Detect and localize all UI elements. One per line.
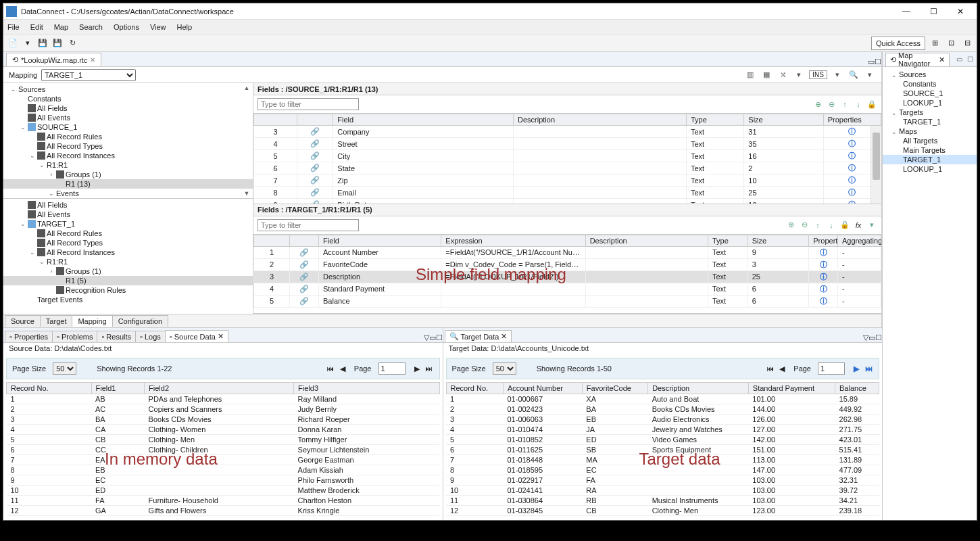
menu-edit[interactable]: Edit bbox=[30, 23, 43, 31]
perspective-icon[interactable]: ⊞ bbox=[928, 37, 941, 50]
view-menu-icon[interactable]: ▽ bbox=[424, 333, 429, 342]
page-input[interactable] bbox=[378, 362, 406, 375]
tree-item[interactable]: ⌄Sources bbox=[3, 85, 253, 94]
tab-map-navigator[interactable]: ⟲Map Navigator✕ bbox=[885, 53, 950, 66]
tree-item[interactable]: ⌄SOURCE_1 bbox=[3, 122, 253, 132]
nav-item[interactable]: ⌄Maps bbox=[883, 126, 977, 136]
table-row[interactable]: 5🔗CityText16ⓘ bbox=[254, 150, 881, 162]
map-navigator-tree[interactable]: ⌄SourcesConstantsSOURCE_1LOOKUP_1⌄Target… bbox=[883, 67, 977, 520]
tab-logs[interactable]: ▫Logs bbox=[135, 331, 166, 342]
table-row[interactable]: 1301-035788ACCopiers and Scanners107.007… bbox=[446, 516, 879, 518]
info-icon[interactable]: ⓘ bbox=[848, 139, 856, 147]
table-row[interactable]: 2🔗FavoriteCode=Dim v_Codev_Code = Parse(… bbox=[254, 258, 881, 270]
info-icon[interactable]: ⓘ bbox=[848, 151, 856, 160]
min-icon[interactable]: ▭ bbox=[955, 55, 963, 64]
dropdown2-icon[interactable]: ▾ bbox=[831, 69, 843, 81]
menu-help[interactable]: Help bbox=[177, 23, 193, 31]
tree-item[interactable]: All Record Types bbox=[3, 238, 253, 248]
perspective2-icon[interactable]: ⊡ bbox=[944, 37, 958, 50]
table-row[interactable]: 13JAJewelry and WatchesRose Dawson bbox=[7, 516, 440, 518]
min-icon[interactable]: ▭ bbox=[429, 333, 436, 342]
tree-item[interactable]: R1 (13) bbox=[3, 179, 253, 189]
close-icon[interactable]: ✕ bbox=[501, 332, 507, 341]
tree-item[interactable]: R1 (5) bbox=[3, 276, 253, 285]
lock-icon[interactable]: 🔒 bbox=[839, 220, 850, 231]
new-dropdown-icon[interactable]: ▾ bbox=[21, 37, 34, 50]
table-row[interactable]: 7EAGeorge Eastman bbox=[7, 455, 440, 465]
tree-item[interactable]: ⌄All Record Instances bbox=[3, 248, 253, 257]
tree-item[interactable]: All Record Types bbox=[3, 141, 253, 151]
editor-tab-lookupwiz[interactable]: ⟲ *LookupWiz.map.rtc ✕ bbox=[6, 53, 101, 66]
close-icon[interactable]: ✕ bbox=[218, 332, 224, 341]
view-menu-icon[interactable]: ▽ bbox=[863, 333, 868, 342]
table-row[interactable]: 4CAClothing- WomenDonna Karan bbox=[7, 425, 440, 435]
target-filter-input[interactable] bbox=[258, 219, 359, 231]
table-row[interactable]: 10EDMatthew Broderick bbox=[7, 486, 440, 496]
tab-mapping[interactable]: Mapping bbox=[72, 315, 112, 327]
menu-search[interactable]: Search bbox=[79, 23, 103, 31]
nav-item[interactable]: LOOKUP_1 bbox=[883, 164, 977, 174]
tree-item[interactable]: ⌄R1:R1 bbox=[3, 257, 253, 266]
tree-item[interactable]: Constants bbox=[3, 94, 253, 103]
tree-item[interactable]: Recognition Rules bbox=[3, 285, 253, 295]
page-input[interactable] bbox=[818, 362, 845, 375]
source-filter-input[interactable] bbox=[258, 98, 359, 110]
table-row[interactable]: 401-010474JAJewelry and Watches127.00271… bbox=[446, 425, 879, 435]
table-row[interactable]: 3🔗Description=FieldAt("/LOOKUP_1/R1/Fiel… bbox=[254, 270, 881, 283]
layout2-icon[interactable]: ▦ bbox=[760, 69, 773, 81]
tree-item[interactable]: All Fields bbox=[3, 200, 253, 210]
menu-map[interactable]: Map bbox=[54, 23, 68, 31]
first-page-icon[interactable]: ⏮ bbox=[326, 364, 335, 373]
max-icon[interactable]: ☐ bbox=[875, 333, 882, 342]
max-icon[interactable]: ☐ bbox=[966, 55, 974, 64]
tree-item[interactable]: Target Events bbox=[3, 295, 253, 304]
table-row[interactable]: 501-010852EDVideo Games142.00423.01 bbox=[446, 435, 879, 445]
tree-item[interactable]: All Record Rules bbox=[3, 132, 253, 141]
table-row[interactable]: 701-018448MA113.00131.89 bbox=[446, 455, 879, 465]
table-row[interactable]: 8🔗EmailText25ⓘ bbox=[254, 187, 881, 199]
source-tree[interactable]: ▲ ▼ ⌄SourcesConstantsAll FieldsAll Event… bbox=[3, 83, 253, 199]
table-row[interactable]: 6🔗StateText2ⓘ bbox=[254, 162, 881, 174]
target-fields-grid[interactable]: FieldExpressionDescriptionTypeSizeProper… bbox=[253, 234, 881, 313]
minimize-view-icon[interactable]: ▭ bbox=[868, 57, 875, 66]
nav-item[interactable]: Constants bbox=[883, 79, 977, 89]
maximize-button[interactable]: ☐ bbox=[920, 4, 947, 19]
target-data-grid[interactable]: Record No.Account NumberFavoriteCodeDesc… bbox=[446, 382, 880, 517]
mapping-select[interactable]: TARGET_1 bbox=[41, 69, 136, 81]
dropdown-icon[interactable]: ▾ bbox=[793, 69, 805, 81]
table-row[interactable]: 7🔗ZipText10ⓘ bbox=[254, 174, 881, 187]
min-icon[interactable]: ▭ bbox=[868, 333, 875, 342]
table-row[interactable]: 6CCClothing- ChildrenSeymour Lichtenstei… bbox=[7, 445, 440, 455]
last-page-icon[interactable]: ⏭ bbox=[424, 364, 434, 373]
layout1-icon[interactable]: ▥ bbox=[744, 69, 756, 81]
table-row[interactable]: 4🔗StreetText35ⓘ bbox=[254, 138, 881, 150]
table-row[interactable]: 801-018595EC147.00477.09 bbox=[446, 465, 879, 475]
next-page-icon[interactable]: ▶ bbox=[412, 364, 422, 373]
info-icon[interactable]: ⓘ bbox=[820, 260, 827, 268]
tree-item[interactable]: ⌄All Record Instances bbox=[3, 151, 253, 160]
up-icon[interactable]: ↑ bbox=[839, 99, 850, 110]
tab-configuration[interactable]: Configuration bbox=[112, 315, 168, 327]
quick-access[interactable]: Quick Access bbox=[871, 37, 925, 50]
tree-item[interactable]: ⌄TARGET_1 bbox=[3, 219, 253, 229]
save-icon[interactable]: 💾 bbox=[36, 37, 49, 50]
nav-item[interactable]: SOURCE_1 bbox=[883, 89, 977, 98]
table-row[interactable]: 11FAFurniture- HouseholdCharlton Heston bbox=[7, 496, 440, 506]
table-row[interactable]: 8EBAdam Kissiah bbox=[7, 465, 440, 475]
table-row[interactable]: 2ACCopiers and ScannersJudy Bernly bbox=[7, 404, 440, 415]
info-icon[interactable]: ⓘ bbox=[848, 127, 856, 135]
tab-source-data[interactable]: ▫Source Data✕ bbox=[165, 330, 228, 342]
tree-item[interactable]: All Fields bbox=[3, 103, 253, 113]
new-icon[interactable]: 📄 bbox=[6, 37, 20, 50]
fx-dropdown-icon[interactable]: ▾ bbox=[866, 220, 877, 231]
save-all-icon[interactable]: 💾 bbox=[51, 37, 64, 50]
tab-target-data[interactable]: 🔍Target Data✕ bbox=[445, 330, 512, 342]
table-row[interactable]: 5🔗BalanceText6ⓘ- bbox=[254, 295, 881, 307]
info-icon[interactable]: ⓘ bbox=[820, 285, 827, 293]
table-row[interactable]: 5CBClothing- MenTommy Hilfiger bbox=[7, 435, 440, 445]
page-size-select[interactable]: 50 bbox=[493, 362, 516, 375]
add-icon[interactable]: ⊕ bbox=[812, 99, 823, 110]
table-row[interactable]: 1ABPDAs and TelephonesRay Milland bbox=[7, 394, 440, 404]
table-row[interactable]: 301-006063EBAudio Electronics126.00262.9… bbox=[446, 415, 879, 425]
table-row[interactable]: 1201-032845CBClothing- Men123.00239.18 bbox=[446, 506, 879, 516]
